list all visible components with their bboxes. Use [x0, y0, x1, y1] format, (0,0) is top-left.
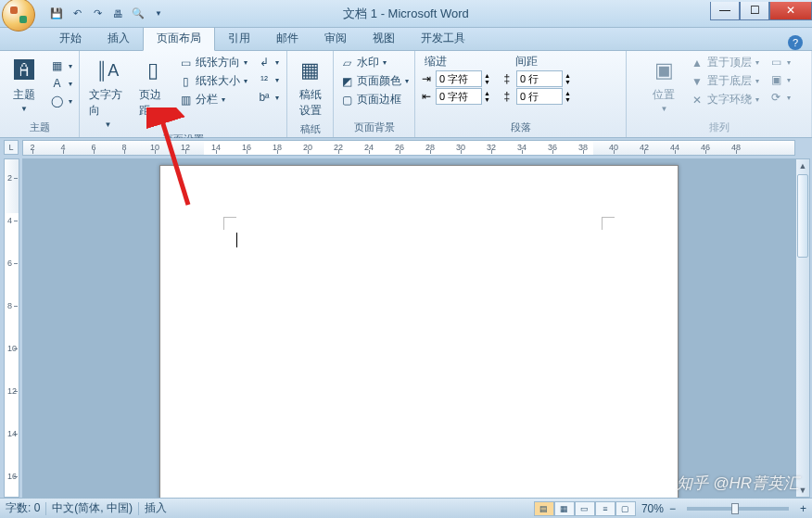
status-mode[interactable]: 插入: [145, 500, 167, 516]
status-language[interactable]: 中文(简体, 中国): [52, 500, 133, 516]
window-title: 文档 1 - Microsoft Word: [343, 6, 469, 22]
orientation-icon: ▭: [178, 56, 193, 70]
tab-view[interactable]: 视图: [360, 26, 408, 50]
spinner-icon[interactable]: ▲▼: [565, 90, 571, 103]
group-paragraph: 缩进 间距 ⇥▲▼ ‡▲▼ ⇤▲▼ ‡▲▼ 段落: [415, 51, 627, 137]
indent-right-icon: ⇤: [419, 90, 434, 103]
zoom-out-button[interactable]: −: [669, 502, 676, 515]
qat-dropdown-icon[interactable]: ▼: [150, 6, 167, 22]
tab-references[interactable]: 引用: [215, 26, 263, 50]
hyphenation-button[interactable]: bª▾: [253, 89, 283, 106]
view-buttons: ▤ ▦ ▭ ≡ ▢: [534, 501, 636, 516]
spinner-icon[interactable]: ▲▼: [484, 90, 490, 103]
indent-right-field[interactable]: ⇤▲▼: [419, 88, 490, 105]
text-direction-icon: ║A: [93, 56, 122, 85]
quickprint-icon[interactable]: 🖶: [109, 6, 126, 22]
indent-left-field[interactable]: ⇥▲▼: [419, 70, 490, 87]
tab-insert[interactable]: 插入: [95, 26, 143, 50]
rotate-icon: ⟳: [768, 90, 783, 105]
view-outline[interactable]: ≡: [595, 501, 615, 516]
theme-effects-button[interactable]: ◯▾: [46, 93, 76, 109]
zoom-in-button[interactable]: +: [800, 502, 806, 515]
page-borders-button[interactable]: ▢页面边框: [336, 91, 412, 108]
document-area[interactable]: [22, 158, 795, 498]
redo-icon[interactable]: ↷: [89, 6, 106, 22]
group-button: ▣▾: [765, 71, 794, 88]
margins-icon: ▯: [138, 56, 168, 85]
page[interactable]: [159, 165, 679, 498]
maximize-button[interactable]: ☐: [740, 2, 769, 20]
tab-home[interactable]: 开始: [46, 26, 95, 50]
breaks-icon: ↲: [257, 55, 272, 69]
rotate-button: ⟳▾: [765, 89, 794, 106]
columns-button[interactable]: ▥分栏▾: [174, 91, 251, 108]
status-words[interactable]: 字数: 0: [6, 500, 40, 516]
spinner-icon[interactable]: ▲▼: [484, 72, 490, 85]
minimize-button[interactable]: —: [710, 2, 740, 20]
tab-pagelayout[interactable]: 页面布局: [143, 25, 215, 51]
watermark-button[interactable]: ▱水印▾: [336, 54, 412, 71]
margin-mark-icon: [602, 217, 615, 230]
draft-settings-button[interactable]: ▦ 稿纸 设置: [290, 54, 331, 120]
printpreview-icon[interactable]: 🔍: [130, 6, 146, 22]
ruler-corner[interactable]: L: [4, 140, 19, 155]
space-after-field[interactable]: ‡▲▼: [500, 88, 571, 105]
undo-icon[interactable]: ↶: [69, 6, 85, 22]
line-numbers-icon: ¹²: [257, 72, 272, 87]
page-color-button[interactable]: ◩页面颜色▾: [336, 72, 412, 90]
chevron-down-icon: ▼: [20, 105, 28, 113]
office-button[interactable]: [2, 0, 35, 32]
zoom-knob[interactable]: [731, 503, 739, 514]
scroll-thumb[interactable]: [797, 174, 808, 258]
group-label: 段落: [419, 119, 622, 137]
view-print-layout[interactable]: ▤: [534, 501, 554, 516]
size-button[interactable]: ▯纸张大小▾: [174, 72, 251, 90]
theme-fonts-button[interactable]: A▾: [46, 75, 76, 92]
bring-front-button: ▲置于顶层▾: [686, 54, 763, 71]
vertical-scrollbar[interactable]: ▲ ▼: [795, 158, 810, 498]
text-direction-button[interactable]: ║A 文字方向▼: [83, 54, 132, 131]
help-icon[interactable]: ?: [788, 35, 803, 50]
group-page-background: ▱水印▾ ◩页面颜色▾ ▢页面边框 页面背景: [334, 51, 415, 137]
ruler-vertical[interactable]: 246810121416: [4, 158, 19, 498]
align-button: ▭▾: [765, 54, 794, 70]
margins-button[interactable]: ▯ 页边距▼: [133, 54, 172, 131]
status-bar: 字数: 0 中文(简体, 中国) 插入 ▤ ▦ ▭ ≡ ▢ 70% − +: [0, 498, 812, 518]
breaks-button[interactable]: ↲▾: [253, 54, 283, 70]
view-draft[interactable]: ▢: [615, 501, 636, 516]
group-icon: ▣: [768, 72, 783, 87]
themes-label: 主题: [13, 87, 35, 103]
group-label: 排列: [630, 119, 807, 137]
scroll-up-icon[interactable]: ▲: [796, 159, 809, 172]
indent-left-icon: ⇥: [419, 72, 434, 85]
view-fullscreen[interactable]: ▦: [554, 501, 575, 516]
hyphenation-icon: bª: [257, 90, 272, 105]
align-icon: ▭: [768, 55, 783, 69]
zoom-slider[interactable]: [687, 507, 789, 511]
tab-review[interactable]: 审阅: [311, 26, 360, 50]
view-web[interactable]: ▭: [575, 501, 595, 516]
orientation-button[interactable]: ▭纸张方向▾: [174, 54, 251, 71]
tab-developer[interactable]: 开发工具: [408, 26, 478, 50]
indent-heading: 缩进: [425, 54, 447, 69]
spinner-icon[interactable]: ▲▼: [565, 72, 571, 85]
colors-icon: ▦: [50, 58, 65, 73]
space-after-icon: ‡: [500, 90, 514, 103]
space-before-icon: ‡: [500, 72, 514, 85]
tab-mailings[interactable]: 邮件: [263, 26, 311, 50]
line-numbers-button[interactable]: ¹²▾: [253, 71, 283, 88]
group-label: 页面背景: [337, 119, 411, 137]
zoom-percent[interactable]: 70%: [641, 502, 664, 515]
group-draft: ▦ 稿纸 设置 稿纸: [287, 51, 334, 137]
themes-button[interactable]: 🅰 主题 ▼: [4, 54, 44, 115]
ruler-horizontal[interactable]: 2468101214161820222426283032343638404244…: [22, 140, 795, 156]
space-before-field[interactable]: ‡▲▼: [500, 70, 571, 87]
group-label: 主题: [4, 119, 75, 137]
save-icon[interactable]: 💾: [48, 6, 65, 22]
scroll-down-icon[interactable]: ▼: [796, 484, 809, 497]
theme-colors-button[interactable]: ▦▾: [46, 57, 76, 74]
close-button[interactable]: ✕: [769, 2, 812, 20]
window-buttons: — ☐ ✕: [710, 7, 812, 20]
effects-icon: ◯: [50, 94, 65, 108]
spacing-heading: 间距: [515, 54, 538, 69]
